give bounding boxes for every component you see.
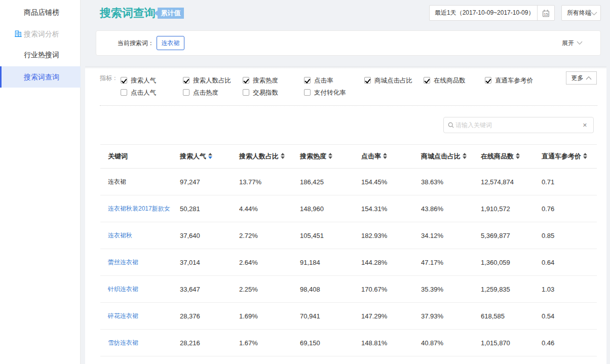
svg-text:15: 15 — [544, 12, 548, 17]
